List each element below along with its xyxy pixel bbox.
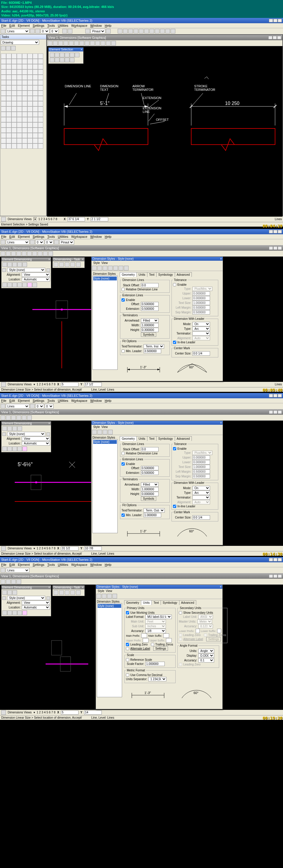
tool-icon[interactable] — [11, 80, 17, 85]
refscale-checkbox[interactable] — [126, 658, 129, 661]
minimize-icon[interactable]: _ — [268, 36, 273, 39]
tool-icon[interactable] — [118, 29, 122, 33]
tool-icon[interactable] — [17, 117, 22, 122]
style-dropdown[interactable]: Style (none) — [7, 268, 45, 272]
tool-icon[interactable] — [22, 117, 27, 122]
tool-icon[interactable] — [27, 69, 33, 75]
close-icon[interactable]: × — [278, 19, 282, 22]
tool-icon[interactable] — [38, 54, 43, 59]
maximize-icon[interactable]: □ — [273, 19, 277, 22]
tool-icon[interactable] — [17, 64, 22, 69]
leadertype-dropdown[interactable]: Arc — [192, 327, 210, 331]
tool-icon[interactable] — [6, 101, 11, 106]
tool-icon[interactable] — [134, 29, 138, 33]
tool-icon[interactable] — [38, 101, 43, 106]
tool-icon[interactable] — [22, 101, 27, 106]
tool-icon[interactable] — [17, 54, 22, 59]
tool-icon[interactable] — [11, 101, 17, 106]
tool-icon[interactable] — [11, 128, 17, 133]
centersize-input[interactable] — [192, 351, 210, 356]
view-tool-icon[interactable] — [90, 41, 95, 45]
tool-icon[interactable] — [171, 29, 175, 33]
tool-icon[interactable] — [6, 133, 11, 138]
tool-icon[interactable] — [35, 29, 40, 33]
showsecondary-checkbox[interactable] — [179, 611, 182, 614]
tool-icon[interactable] — [17, 80, 22, 85]
tab-units[interactable]: Units — [137, 272, 147, 277]
tool-icon[interactable] — [1, 133, 6, 138]
term-width-input[interactable] — [141, 323, 159, 328]
scalefactor-input[interactable] — [145, 662, 165, 666]
maximize-icon[interactable]: □ — [273, 230, 277, 234]
tool-icon[interactable] — [17, 96, 22, 101]
pinaut-dropdown[interactable]: Pinaut — [91, 29, 105, 33]
tool-icon[interactable] — [6, 144, 11, 149]
tool-icon[interactable] — [22, 122, 27, 128]
tool-icon[interactable] — [11, 96, 17, 101]
tool-icon[interactable] — [11, 112, 17, 117]
tool-icon[interactable] — [17, 69, 22, 75]
view-tool-icon[interactable] — [63, 41, 68, 45]
tool-icon[interactable] — [27, 59, 33, 64]
tool-icon[interactable] — [6, 85, 11, 91]
tool-icon[interactable] — [38, 91, 43, 96]
tool-icon[interactable] — [11, 59, 17, 64]
view-tool-icon[interactable] — [95, 41, 100, 45]
tool-icon[interactable] — [33, 106, 38, 112]
menu-file[interactable]: File — [1, 24, 6, 27]
tool-icon[interactable] — [38, 133, 43, 138]
tool-icon[interactable] — [22, 144, 27, 149]
mode-dropdown[interactable]: On — [192, 322, 210, 326]
task-icon[interactable] — [1, 46, 6, 51]
ext-offset-input[interactable] — [141, 302, 159, 306]
tool-icon[interactable] — [144, 29, 149, 33]
tool-icon[interactable] — [22, 69, 27, 75]
menu-utilities[interactable]: Utilities — [58, 24, 68, 27]
tool-icon[interactable] — [17, 91, 22, 96]
menu-style[interactable]: Style — [93, 261, 100, 265]
task-icon[interactable] — [6, 46, 10, 51]
view-tool-icon[interactable] — [85, 41, 89, 45]
unitssep-dropdown[interactable]: 1 234,56 — [148, 677, 167, 681]
tool-icon[interactable] — [22, 138, 27, 144]
weight2-dropdown[interactable]: 0 — [50, 29, 59, 33]
dimensioning-task-panel[interactable]: Dimensioning - Task× — [52, 257, 85, 268]
tool-icon[interactable] — [1, 54, 6, 59]
tool-icon[interactable] — [38, 96, 43, 101]
tool-icon[interactable] — [27, 85, 33, 91]
tool-icon[interactable] — [1, 138, 6, 144]
weight-dropdown[interactable]: 0 — [40, 29, 50, 33]
tool-icon[interactable] — [1, 64, 6, 69]
tool-icon[interactable] — [22, 85, 27, 91]
tool-icon[interactable] — [33, 59, 38, 64]
tool-icon[interactable] — [22, 96, 27, 101]
tool-icon[interactable] — [22, 112, 27, 117]
use-working-checkbox[interactable] — [126, 611, 129, 614]
menu-settings[interactable]: Settings — [33, 24, 45, 27]
altlabel-checkbox[interactable] — [126, 647, 129, 650]
tool-icon[interactable] — [139, 29, 144, 33]
tab-text[interactable]: Text — [147, 272, 157, 277]
tool-icon[interactable] — [155, 29, 160, 33]
tool-icon[interactable] — [27, 117, 33, 122]
tool-icon[interactable] — [17, 106, 22, 112]
tool-icon[interactable] — [17, 85, 22, 91]
tool-icon[interactable] — [1, 122, 6, 128]
tool-icon[interactable] — [149, 29, 154, 33]
tool-icon[interactable] — [30, 29, 35, 33]
tool-icon[interactable] — [22, 80, 27, 85]
tool-icon[interactable] — [1, 96, 6, 101]
tool-icon[interactable] — [27, 122, 33, 128]
tool-icon[interactable] — [38, 122, 43, 128]
close-icon[interactable]: × — [220, 257, 222, 260]
usecomma-checkbox[interactable] — [126, 674, 129, 677]
tool-icon[interactable] — [11, 75, 17, 80]
tool-icon[interactable] — [17, 122, 22, 128]
tool-icon[interactable] — [22, 91, 27, 96]
tool-icon[interactable] — [38, 144, 43, 149]
tool-icon[interactable] — [1, 91, 6, 96]
menu-element[interactable]: Element — [18, 24, 30, 27]
x-coord-input[interactable] — [67, 217, 85, 221]
close-icon[interactable]: × — [277, 36, 281, 39]
element-dimensioning-panel[interactable]: Element Dimensioning× Style (none) Align… — [1, 257, 51, 288]
